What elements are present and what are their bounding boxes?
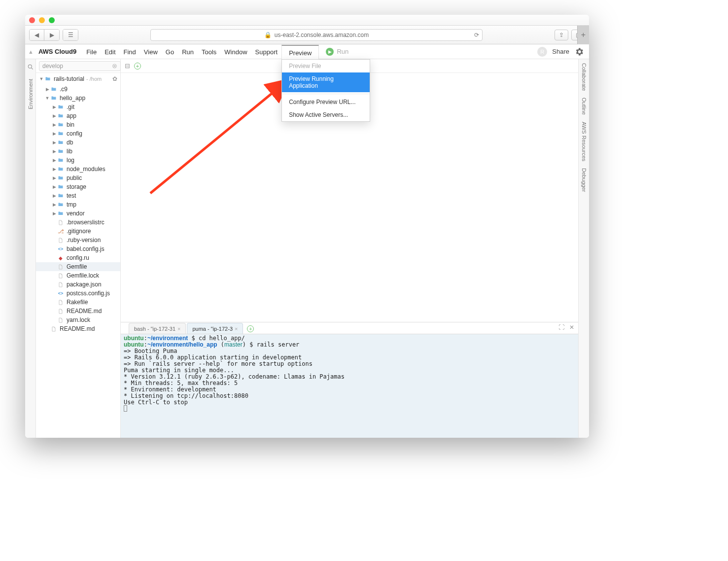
- clear-search-icon[interactable]: ⊗: [112, 62, 117, 70]
- project-gear-icon[interactable]: ✿: [112, 75, 117, 82]
- panel-icon[interactable]: ⊟: [125, 62, 130, 70]
- run-tab-label: Run: [337, 44, 348, 59]
- tree-folder[interactable]: ▶.c9: [36, 85, 120, 94]
- tree-folder[interactable]: ▶test: [36, 191, 120, 200]
- menu-item-file[interactable]: File: [82, 46, 101, 58]
- tree-file[interactable]: Rakefile: [36, 298, 120, 307]
- tree-item-label: hello_app: [60, 95, 85, 102]
- tree-file[interactable]: ⎇.gitignore: [36, 227, 120, 236]
- new-file-icon[interactable]: +: [134, 63, 141, 70]
- preview-menu-tab[interactable]: Preview: [281, 45, 319, 60]
- tree-file[interactable]: Gemfile.lock: [36, 271, 120, 280]
- tree-item-label: public: [67, 175, 82, 181]
- zoom-window-icon[interactable]: [49, 17, 55, 23]
- close-tab-icon[interactable]: ×: [235, 326, 238, 332]
- tree-file[interactable]: ◆config.ru: [36, 253, 120, 262]
- share-button[interactable]: Share: [552, 48, 569, 55]
- maximize-panel-icon[interactable]: ⛶: [558, 324, 564, 331]
- tree-file[interactable]: Gemfile: [36, 262, 120, 271]
- tree-item-label: config: [67, 130, 82, 137]
- js-file-icon: <>: [57, 290, 65, 297]
- cloud9-logo-icon[interactable]: ▲: [28, 49, 34, 55]
- tree-file[interactable]: .browserslistrc: [36, 218, 120, 227]
- new-tab-button[interactable]: +: [577, 26, 589, 44]
- svg-line-1: [31, 68, 33, 70]
- tree-item-label: bin: [67, 121, 74, 128]
- tree-file[interactable]: <>babel.config.js: [36, 245, 120, 253]
- tree-file[interactable]: yarn.lock: [36, 316, 120, 324]
- tree-folder[interactable]: ▶bin: [36, 120, 120, 129]
- tree-item-label: tmp: [67, 201, 76, 208]
- tree-item-label: test: [67, 192, 76, 199]
- chevron-icon: ▶: [45, 87, 50, 92]
- tree-item-label: .browserslistrc: [67, 219, 104, 226]
- project-root[interactable]: ▼ rails-tutorial - /hom ✿: [36, 73, 120, 85]
- folder-icon: [57, 201, 65, 208]
- tree-folder[interactable]: ▶public: [36, 174, 120, 182]
- file-icon: [57, 237, 65, 244]
- tree-folder[interactable]: ▶tmp: [36, 200, 120, 209]
- tree-file[interactable]: package.json: [36, 280, 120, 289]
- folder-icon: [57, 192, 65, 199]
- chevron-icon: ▶: [52, 113, 57, 118]
- browser-window: ◀ ▶ ☰ 🔒 us-east-2.console.aws.amazon.com…: [25, 15, 589, 438]
- folder-icon: [57, 104, 65, 110]
- right-rail-aws-resources[interactable]: AWS Resources: [581, 122, 587, 161]
- dropdown-item[interactable]: Preview Running Application: [282, 72, 370, 92]
- reload-icon[interactable]: ⟳: [474, 32, 479, 38]
- tree-file[interactable]: <>postcss.config.js: [36, 289, 120, 298]
- menu-item-view[interactable]: View: [140, 46, 162, 58]
- terminal-output[interactable]: ubuntu:~/environment $ cd hello_app/ ubu…: [121, 334, 578, 438]
- show-sidebar-button[interactable]: ☰: [63, 30, 78, 40]
- folder-icon: [57, 157, 65, 164]
- tree-file[interactable]: .ruby-version: [36, 236, 120, 245]
- menu-item-edit[interactable]: Edit: [101, 46, 119, 58]
- right-rail-collaborate[interactable]: Collaborate: [581, 63, 587, 91]
- tree-folder[interactable]: ▶node_modules: [36, 165, 120, 174]
- close-tab-icon[interactable]: ×: [177, 326, 180, 332]
- environment-rail-label[interactable]: Environment: [28, 79, 34, 109]
- dropdown-item[interactable]: Show Active Servers...: [282, 108, 370, 121]
- menu-item-tools[interactable]: Tools: [198, 46, 220, 58]
- tree-folder[interactable]: ▶.git: [36, 103, 120, 111]
- sidebar-search-row: ⊗: [36, 59, 120, 73]
- tree-folder[interactable]: ▶storage: [36, 182, 120, 191]
- tree-folder[interactable]: ▼hello_app: [36, 94, 120, 103]
- file-icon: [57, 263, 65, 270]
- address-bar[interactable]: 🔒 us-east-2.console.aws.amazon.com ⟳: [150, 29, 483, 41]
- gear-icon[interactable]: [574, 47, 584, 57]
- menu-item-support[interactable]: Support: [251, 46, 282, 58]
- share-icon[interactable]: ⇪: [555, 30, 568, 40]
- file-tree: ▶.c9▼hello_app▶.git▶app▶bin▶config▶db▶li…: [36, 85, 120, 438]
- avatar[interactable]: R: [537, 47, 547, 57]
- search-icon[interactable]: [27, 63, 35, 71]
- right-rail-outline[interactable]: Outline: [581, 98, 587, 115]
- close-panel-icon[interactable]: ✕: [569, 324, 574, 331]
- tree-folder[interactable]: ▶log: [36, 156, 120, 165]
- menu-item-find[interactable]: Find: [120, 46, 140, 58]
- menu-item-run[interactable]: Run: [178, 46, 198, 58]
- close-window-icon[interactable]: [29, 17, 35, 23]
- chevron-down-icon: ▼: [39, 76, 44, 81]
- tree-file[interactable]: README.md: [36, 307, 120, 316]
- tree-file[interactable]: README.md: [36, 324, 120, 333]
- minimize-window-icon[interactable]: [39, 17, 45, 23]
- menu-item-window[interactable]: Window: [220, 46, 251, 58]
- terminal-tab[interactable]: puma - "ip-172-3×: [187, 323, 243, 334]
- file-icon: [57, 308, 65, 315]
- tree-folder[interactable]: ▶vendor: [36, 209, 120, 218]
- forward-button[interactable]: ▶: [44, 30, 59, 40]
- menu-item-go[interactable]: Go: [162, 46, 178, 58]
- tree-folder[interactable]: ▶config: [36, 129, 120, 138]
- right-rail-debugger[interactable]: Debugger: [581, 168, 587, 192]
- tree-folder[interactable]: ▶app: [36, 111, 120, 120]
- tree-folder[interactable]: ▶lib: [36, 147, 120, 156]
- run-menu-tab[interactable]: ▶ Run: [319, 44, 355, 59]
- back-button[interactable]: ◀: [30, 30, 44, 40]
- dropdown-item[interactable]: Configure Preview URL...: [282, 96, 370, 108]
- terminal-tab[interactable]: bash - "ip-172-31×: [129, 323, 186, 334]
- chevron-icon: ▼: [45, 96, 50, 101]
- tree-folder[interactable]: ▶db: [36, 138, 120, 147]
- sidebar-search-input[interactable]: [39, 61, 121, 71]
- new-terminal-icon[interactable]: +: [247, 325, 254, 332]
